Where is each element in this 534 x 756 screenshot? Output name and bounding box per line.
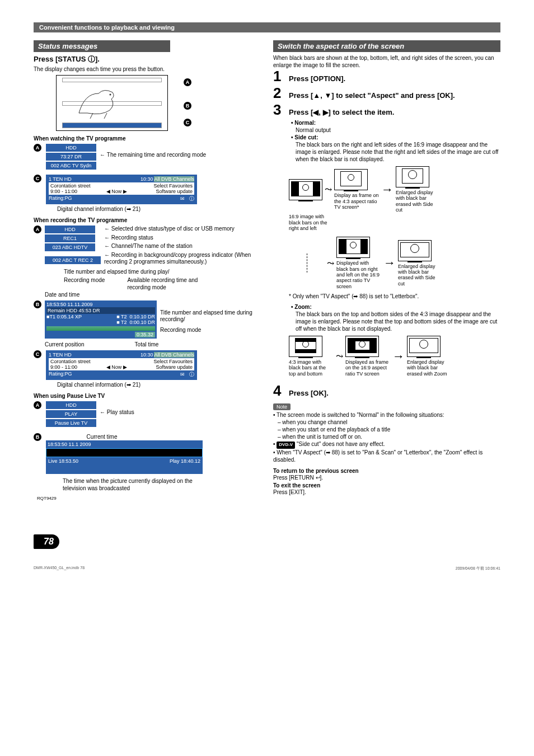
label-a-icon: A — [34, 144, 41, 152]
tv-16-9-bars — [289, 179, 322, 200]
cap-enl-sidecut2: Enlarged display with black bar erased w… — [398, 264, 443, 287]
pause-heading: When using Pause Live TV — [34, 393, 261, 399]
zoom-label: Zoom: — [294, 304, 312, 310]
sidecut-tv-row1: ⤳ Display as frame on the 4:3 aspect rat… — [289, 166, 500, 213]
ci2-timeslot: 9:00 - 11:00 — [50, 364, 77, 370]
ci-prog: Corontation street — [50, 183, 91, 189]
return-heading: To return to the previous screen — [273, 468, 500, 474]
step-4-num: 4 — [273, 383, 284, 398]
rec-b-below-right: Total time — [135, 341, 159, 348]
channel-info-panel: 1 TEN HD 10:30 All DVB Channels Corontat… — [46, 175, 197, 204]
dashed-connector — [307, 253, 307, 273]
step-3-text: Press [◀, ▶] to select the item. — [289, 108, 500, 116]
left-column: Status messages Press [STATUS ⓘ]. The di… — [34, 40, 261, 496]
tv-43-sidecut — [396, 166, 429, 187]
rec-b-caption-top: Title number and elapsed time during pla… — [64, 268, 261, 275]
ci-badge: All DVB Channels — [154, 176, 194, 182]
rec-b-date-label: Date and time — [45, 291, 261, 298]
dinosaur-icon — [73, 82, 129, 121]
rec-a-d2: Recording status — [104, 234, 261, 242]
tv-169-frame — [345, 336, 379, 357]
right-column: Switch the aspect ratio of the screen Wh… — [273, 40, 500, 496]
dvdv-badge: DVD-V — [277, 442, 295, 448]
rec-a-l4: 002 ABC T REC 2 — [45, 256, 101, 264]
watch-a-line3: 002 ABC TV Sydn — [46, 162, 96, 170]
rec-b-ts: 18:53:50 11.11.2009 — [46, 302, 155, 307]
press-status-caption: The display changes each time you press … — [34, 65, 261, 73]
pause-block-b: B Current time 18:53:50 11.1 2009 Live 1… — [34, 433, 261, 492]
label-a-icon2: A — [34, 226, 41, 233]
footer-file: DMR-XW450_GL_en.indb 78 — [34, 566, 85, 571]
watching-block-c: C 1 TEN HD 10:30 All DVB Channels Coront… — [34, 175, 261, 213]
callout-a: A — [184, 78, 191, 86]
pause-a-desc: Play status — [100, 409, 134, 416]
tv-169-sidecut — [398, 240, 432, 261]
cap-display-43: Display as frame on the 4:3 aspect ratio… — [334, 192, 379, 210]
note-3: • When "TV Aspect" (➡ 88) is set to "Pan… — [273, 449, 500, 463]
ci2-sw: Software update — [156, 364, 193, 370]
sidecut-label: Side cut: — [294, 134, 318, 140]
cap-enl-zoom: Enlarged display with black bar erased w… — [407, 359, 452, 377]
cap-16-9-bars: 16:9 image with black bars on the right … — [289, 214, 334, 231]
aspect-intro: When black bars are shown at the top, bo… — [273, 54, 500, 69]
ci2-time: 10:30 — [140, 352, 153, 358]
rec-b-panel: 18:53:50 11.11.2009 Remain HDD 45:53 DR … — [45, 300, 157, 339]
content-columns: Status messages Press [STATUS ⓘ]. The di… — [34, 40, 500, 496]
cap-display-169z: Displayed as frame on the 16:9 aspect ra… — [345, 359, 390, 377]
pause-b-play: Play 18:40.12 — [170, 458, 200, 464]
arrow-icon: → — [381, 182, 394, 197]
rqt-code: RQT9429 — [37, 496, 500, 501]
ci-timeslot: 9:00 - 11:00 — [50, 189, 77, 194]
header-bar: Convenient functions to playback and vie… — [34, 22, 500, 32]
watch-a-desc: The remaining time and recording mode — [100, 152, 206, 159]
cap-enl-sidecut: Enlarged display with black bar erased w… — [396, 190, 441, 213]
rec-b-avail-label: Available recording time and recording m… — [127, 276, 205, 291]
tv-169-bars — [336, 237, 370, 258]
pause-b-caption: Current time — [46, 433, 158, 440]
ci-sw: Software update — [156, 189, 193, 194]
pause-b-ts: 18:53:50 11.1 2009 — [48, 442, 91, 447]
pause-a-l3: Pause Live TV — [46, 419, 96, 427]
watch-a-line1: HDD — [46, 144, 96, 152]
tv-43-tb-bars — [289, 336, 322, 357]
label-c-icon2: C — [34, 350, 41, 358]
normal-desc: Normal output — [296, 126, 500, 134]
step-1: 1 Press [OPTION]. — [273, 69, 500, 83]
step-3: 3 Press [◀, ▶] to select the item. — [273, 102, 500, 117]
rec-a-l1: HDD — [45, 226, 95, 233]
rec-a-l2: REC1 — [45, 234, 95, 242]
step-1-num: 1 — [273, 69, 284, 83]
rec-b-t2r: 0:00.10 DR — [129, 320, 155, 325]
pause-b-live: Live 18:53.50 — [48, 458, 78, 464]
rec-b-total: 0:35.32 — [135, 332, 155, 337]
step-3-num: 3 — [273, 102, 284, 117]
rec-b-t1r: 0:10.10 DR — [129, 314, 155, 320]
recording-block-b: B 18:53:50 11.11.2009 Remain HDD 45:53 D… — [34, 300, 261, 339]
channel-info-panel2: 1 TEN HD 10:30 All DVB Channels Corontat… — [46, 350, 197, 380]
ci-rating: Rating:PG — [49, 195, 72, 203]
ci2-prog: Corontation street — [50, 359, 91, 364]
arrow-icon2: → — [383, 256, 396, 270]
arrow-icon3: → — [392, 349, 405, 364]
ci2-rating: Rating:PG — [49, 371, 72, 378]
note-1a: – when you change channel — [278, 419, 500, 426]
rec-a-d3: Channel/The name of the station — [104, 243, 261, 250]
rec-b-below-left: Current position — [45, 341, 85, 348]
cap-43-bars: 4:3 image with black bars at the top and… — [289, 359, 334, 377]
step-4-text: Press [OK]. — [289, 389, 500, 397]
pause-b-below: The time when the picture currently disp… — [63, 477, 208, 492]
rec-b-desc2: Recording mode — [160, 327, 261, 334]
ci2-fav: Select Favourites — [153, 359, 193, 364]
note-2: • DVD-V "Side cut" does not have any eff… — [273, 440, 500, 448]
rec-a-d4: Recording in background/copy progress in… — [104, 252, 261, 266]
note-1c: – when the unit is turned off or on. — [278, 433, 500, 440]
normal-label: Normal: — [294, 120, 316, 126]
callout-c: C — [184, 119, 191, 126]
return-text: Press [RETURN ↩]. — [273, 474, 500, 481]
ci-channel: 1 TEN HD — [49, 176, 72, 182]
press-status-heading: Press [STATUS ⓘ]. — [34, 54, 261, 64]
ci-time: 10:30 — [140, 176, 153, 182]
watch-a-line2: 73:27 DR — [46, 153, 96, 161]
rec-b-remain: Remain HDD 45:53 DR — [46, 307, 155, 314]
label-b-icon3: B — [34, 433, 41, 441]
